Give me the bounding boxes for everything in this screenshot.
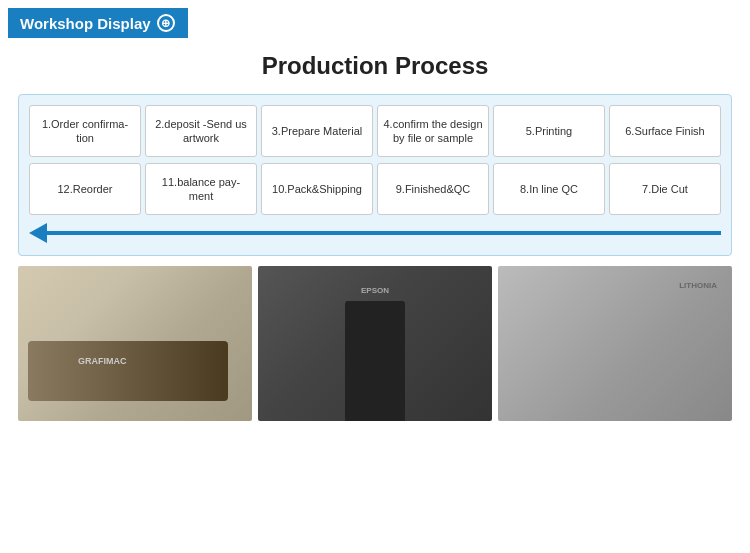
process-row-2: 12.Reorder 11.balance pay-ment 10.Pack&S…	[29, 163, 721, 215]
workshop-display-header: Workshop Display ⊕	[8, 8, 188, 38]
step-11: 11.balance pay-ment	[145, 163, 257, 215]
page-title: Production Process	[18, 52, 732, 80]
step-7: 7.Die Cut	[609, 163, 721, 215]
step-12: 12.Reorder	[29, 163, 141, 215]
workshop-photo-2	[258, 266, 492, 421]
photos-row	[18, 266, 732, 421]
arrow-line	[47, 231, 721, 235]
step-2: 2.deposit -Send us artwork	[145, 105, 257, 157]
workshop-photo-3	[498, 266, 732, 421]
step-3: 3.Prepare Material	[261, 105, 373, 157]
main-content: Production Process 1.Order confirma-tion…	[0, 52, 750, 421]
step-8: 8.In line QC	[493, 163, 605, 215]
step-10: 10.Pack&Shipping	[261, 163, 373, 215]
return-arrow	[29, 221, 721, 247]
step-9: 9.Finished&QC	[377, 163, 489, 215]
process-row-1: 1.Order confirma-tion 2.deposit -Send us…	[29, 105, 721, 157]
step-6: 6.Surface Finish	[609, 105, 721, 157]
workshop-photo-1	[18, 266, 252, 421]
header-icon: ⊕	[157, 14, 175, 32]
process-flow-container: 1.Order confirma-tion 2.deposit -Send us…	[18, 94, 732, 256]
step-4: 4.confirm the design by file or sample	[377, 105, 489, 157]
step-1: 1.Order confirma-tion	[29, 105, 141, 157]
arrow-left-icon	[29, 223, 47, 243]
header-label: Workshop Display	[20, 15, 151, 32]
step-5: 5.Printing	[493, 105, 605, 157]
